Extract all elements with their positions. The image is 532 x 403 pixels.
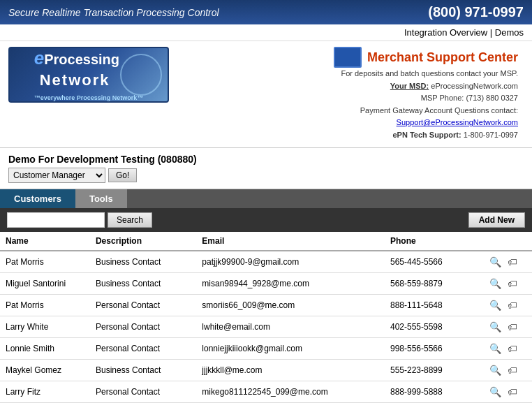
logo: eProcessing Network ™everywhere Processi…	[8, 47, 169, 103]
table-row: Larry Fitz Personal Contact mikego811122…	[0, 381, 532, 402]
logo-tagline: ™everywhere Processing Network™	[34, 94, 144, 103]
col-header-name: Name	[0, 232, 90, 251]
search-record-icon[interactable]: 🔍	[489, 342, 503, 356]
cell-actions: 🔍 🏷	[483, 359, 532, 381]
tag-icon[interactable]: 🏷	[505, 385, 519, 399]
logo-e-letter: e	[34, 47, 44, 68]
tag-icon[interactable]: 🏷	[505, 342, 519, 356]
cell-description: Business Contact	[90, 359, 196, 381]
logo-network: Network	[40, 71, 110, 89]
tab-tools[interactable]: Tools	[75, 189, 127, 208]
account-name: Demo For Development Testing (080880)	[8, 154, 524, 165]
tabs-bar: Customers Tools	[0, 189, 532, 208]
header-tagline: Secure Realtime Transaction Processing C…	[8, 7, 219, 18]
cell-description: Personal Contact	[90, 337, 196, 359]
table-row: Lonnie Smith Personal Contact lonniejjki…	[0, 337, 532, 359]
cell-email: patjjk99900-9@gmail.com	[196, 251, 385, 273]
header-phone: (800) 971-0997	[428, 4, 524, 20]
manager-dropdown[interactable]: Customer Manager Transaction Manager Rep…	[8, 168, 105, 183]
cell-phone: 568-559-8879	[385, 272, 483, 294]
cell-name: Pat Morris	[0, 251, 90, 273]
account-controls: Customer Manager Transaction Manager Rep…	[8, 168, 524, 183]
search-record-icon[interactable]: 🔍	[489, 255, 503, 269]
cell-name: Maykel Gomez	[0, 359, 90, 381]
cell-phone: 998-556-5566	[385, 337, 483, 359]
cell-description: Personal Contact	[90, 294, 196, 316]
cell-name: Pat Morris	[0, 294, 90, 316]
table-header-row: Name Description Email Phone	[0, 232, 532, 251]
cell-actions: 🔍 🏷	[483, 272, 532, 294]
cell-description: Personal Contact	[90, 316, 196, 337]
support-icon	[334, 47, 362, 68]
cell-email: lwhite@email.com	[196, 316, 385, 337]
support-title: Merchant Support Center	[180, 47, 518, 68]
tag-icon[interactable]: 🏷	[505, 363, 519, 377]
cell-actions: 🔍 🏷	[483, 381, 532, 402]
col-header-email: Email	[196, 232, 385, 251]
table-row: Pat Morris Business Contact patjjk99900-…	[0, 251, 532, 273]
cell-actions: 🔍 🏷	[483, 251, 532, 273]
search-record-icon[interactable]: 🔍	[489, 320, 503, 334]
cell-actions: 🔍 🏷	[483, 337, 532, 359]
search-record-icon[interactable]: 🔍	[489, 385, 503, 399]
demos-link[interactable]: Demos	[495, 27, 524, 38]
table-row: Maykel Gomez Business Contact jjjkkkll@m…	[0, 359, 532, 381]
table-row: Miguel Santorini Business Contact misan9…	[0, 272, 532, 294]
account-info: Demo For Development Testing (080880) Cu…	[8, 154, 524, 183]
tag-icon[interactable]: 🏷	[505, 298, 519, 312]
search-input[interactable]	[7, 212, 105, 228]
search-left: Search	[7, 212, 152, 228]
cell-phone: 555-223-8899	[385, 359, 483, 381]
cell-phone: 888-999-5888	[385, 381, 483, 402]
cell-email: mikego811122545_099@me.com	[196, 381, 385, 402]
search-button[interactable]: Search	[108, 212, 152, 228]
cell-description: Business Contact	[90, 251, 196, 273]
cell-name: Lonnie Smith	[0, 337, 90, 359]
cell-name: Miguel Santorini	[0, 272, 90, 294]
tab-customers[interactable]: Customers	[0, 189, 75, 208]
cell-actions: 🔍 🏷	[483, 316, 532, 337]
col-header-phone: Phone	[385, 232, 483, 251]
cell-email: lonniejjkiiiookk@gmail.com	[196, 337, 385, 359]
cell-email: smoriis66_009@me.com	[196, 294, 385, 316]
cell-phone: 565-445-5566	[385, 251, 483, 273]
col-header-actions	[483, 232, 532, 251]
top-header: Secure Realtime Transaction Processing C…	[0, 0, 532, 24]
search-record-icon[interactable]: 🔍	[489, 363, 503, 377]
table-row: Pat Morris Personal Contact smoriis66_00…	[0, 294, 532, 316]
cell-phone: 402-555-5598	[385, 316, 483, 337]
cell-description: Personal Contact	[90, 381, 196, 402]
nav-separator: |	[490, 27, 492, 38]
cell-email: misan98944_9928@me.com	[196, 272, 385, 294]
search-record-icon[interactable]: 🔍	[489, 298, 503, 312]
search-bar: Search Add New	[0, 208, 532, 232]
cell-description: Business Contact	[90, 272, 196, 294]
cell-name: Larry White	[0, 316, 90, 337]
cell-actions: 🔍 🏷	[483, 294, 532, 316]
cell-phone: 888-111-5648	[385, 294, 483, 316]
go-button[interactable]: Go!	[108, 168, 137, 182]
col-header-description: Description	[90, 232, 196, 251]
cell-name: Larry Fitz	[0, 381, 90, 402]
cell-email: jjjkkkll@me.com	[196, 359, 385, 381]
search-record-icon[interactable]: 🔍	[489, 277, 503, 291]
table-row: Larry White Personal Contact lwhite@emai…	[0, 316, 532, 337]
support-email-link[interactable]: Support@eProcessingNetwork.com	[397, 118, 518, 126]
tag-icon[interactable]: 🏷	[505, 320, 519, 334]
tag-icon[interactable]: 🏷	[505, 277, 519, 291]
support-info: For deposits and batch questions contact…	[180, 68, 518, 142]
support-section: Merchant Support Center For deposits and…	[180, 47, 524, 142]
logo-processing: Processing	[44, 52, 119, 67]
tag-icon[interactable]: 🏷	[505, 255, 519, 269]
integration-overview-link[interactable]: Integration Overview	[404, 27, 487, 38]
account-section: Demo For Development Testing (080880) Cu…	[0, 148, 532, 189]
customers-table: Name Description Email Phone Pat Morris …	[0, 232, 532, 403]
nav-links: Integration Overview | Demos	[404, 27, 524, 38]
add-new-button[interactable]: Add New	[468, 212, 525, 228]
